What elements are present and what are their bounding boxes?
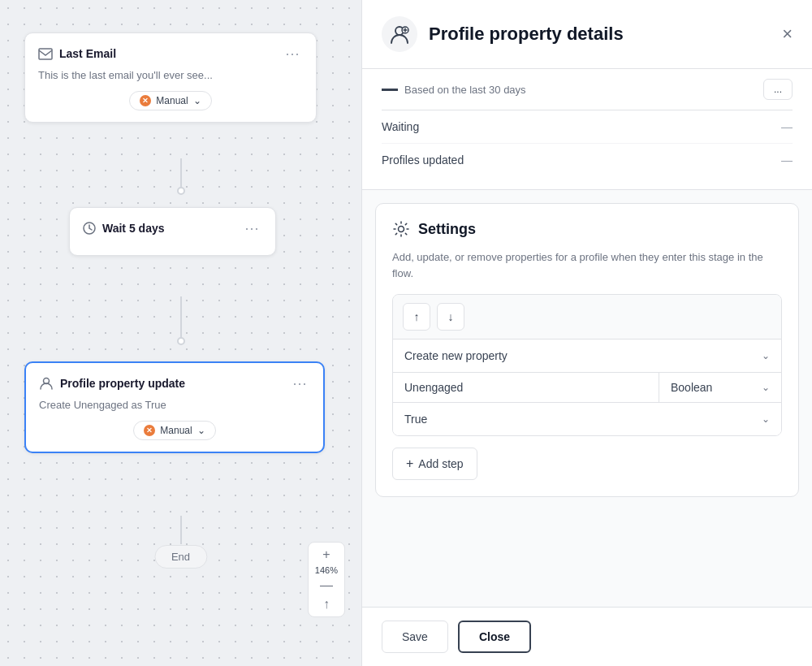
stat-waiting-value: — [781,120,793,133]
panel-title: Profile property details [429,24,624,45]
panel-title-row: Profile property details [382,16,624,52]
stat-profiles-value: — [781,154,793,166]
profile-badge-chevron: ⌄ [197,425,205,436]
arrow-controls: ↑ ↓ [393,295,781,339]
orange-dot-icon: ✕ [140,95,151,106]
settings-title: Settings [418,221,476,238]
email-manual-badge[interactable]: ✕ Manual ⌄ [129,91,211,110]
svg-rect-0 [39,49,52,59]
panel-footer: Save Close [362,607,812,666]
settings-description: Add, update, or remove properties for a … [392,249,782,281]
profile-node: Profile property update ⋯ Create Unengag… [24,361,325,453]
end-node: End [154,545,207,569]
add-step-button[interactable]: + Add step [392,448,477,480]
stat-waiting-row: Waiting — [382,110,793,144]
property-value-dropdown[interactable]: True ⌄ [393,403,781,435]
up-arrow-icon: ↑ [414,310,420,323]
profile-manual-badge[interactable]: ✕ Manual ⌄ [133,421,215,440]
settings-header: Settings [392,220,782,238]
property-dropdown[interactable]: Create new property ⌄ [393,339,781,373]
connector-2 [180,296,182,341]
property-type-label: Boolean [671,381,712,394]
down-arrow-icon: ↓ [448,310,454,323]
panel-icon-circle [382,16,417,52]
zoom-minus-button[interactable]: — [315,577,338,595]
arrow-up-button[interactable]: ↑ [403,303,430,331]
profile-node-body: Create Unengaged as True [39,399,310,411]
email-node-menu-button[interactable]: ⋯ [282,45,303,63]
clock-icon [83,222,96,235]
panel-profile-icon [389,24,410,45]
email-badge-label: Manual [156,95,188,106]
profile-icon [39,376,54,391]
property-type-dropdown[interactable]: Boolean ⌄ [659,373,781,402]
stats-options-button[interactable]: ... [763,79,793,100]
wait-node-menu-button[interactable]: ⋯ [241,219,262,237]
property-dropdown-label: Create new property [404,349,508,362]
email-node: Last Email ⋯ This is the last email you'… [24,32,317,123]
profile-badge-label: Manual [160,425,192,436]
right-panel: Profile property details × Based on the … [361,0,812,666]
flow-canvas: Last Email ⋯ This is the last email you'… [0,0,361,666]
panel-content: Based on the last 30 days ... Waiting — … [362,69,812,607]
arrow-down-button[interactable]: ↓ [437,303,464,331]
wait-node: Wait 5 days ⋯ [69,207,276,256]
email-node-title: Last Email [59,47,116,60]
connector-3 [180,516,182,544]
profile-node-title: Profile property update [60,377,185,390]
panel-close-button[interactable]: × [782,25,793,43]
value-chevron-icon: ⌄ [762,413,770,425]
panel-header: Profile property details × [362,0,812,69]
connector-1 [180,158,182,191]
stat-profiles-row: Profiles updated — [382,144,793,176]
close-footer-button[interactable]: Close [458,621,531,653]
zoom-plus-button[interactable]: + [315,546,338,564]
property-container: ↑ ↓ Create new property ⌄ Boolean [392,294,782,436]
stats-bar-icon [382,89,398,91]
property-name-input[interactable] [393,373,659,402]
property-dropdown-chevron: ⌄ [762,350,770,361]
zoom-level: 146% [315,564,338,577]
zoom-reset-button[interactable]: ↑ [315,595,338,613]
stat-waiting-label: Waiting [382,120,419,133]
connector-dot-2 [177,337,185,345]
settings-gear-icon [392,220,410,238]
stats-top-bar: Based on the last 30 days ... [382,69,793,110]
property-fields: Boolean ⌄ [393,373,781,403]
zoom-controls: + 146% — ↑ [308,542,345,617]
wait-node-title: Wait 5 days [102,222,165,235]
type-chevron-icon: ⌄ [762,382,770,393]
settings-section: Settings Add, update, or remove properti… [375,203,799,497]
email-icon [38,48,53,60]
profile-orange-dot-icon: ✕ [144,425,155,436]
email-node-body: This is the last email you'll ever see..… [38,69,303,81]
profile-node-menu-button[interactable]: ⋯ [289,374,310,392]
stats-bar-label: Based on the last 30 days [404,84,526,96]
email-badge-chevron: ⌄ [193,95,201,106]
stats-section: Based on the last 30 days ... Waiting — … [362,69,812,190]
save-button[interactable]: Save [382,621,448,653]
stat-profiles-label: Profiles updated [382,154,464,166]
stats-label: Based on the last 30 days [382,84,526,96]
connector-dot-1 [177,187,185,195]
add-step-label: Add step [418,457,463,470]
svg-point-5 [399,227,404,232]
plus-icon: + [406,456,413,471]
property-value-label: True [404,413,427,426]
